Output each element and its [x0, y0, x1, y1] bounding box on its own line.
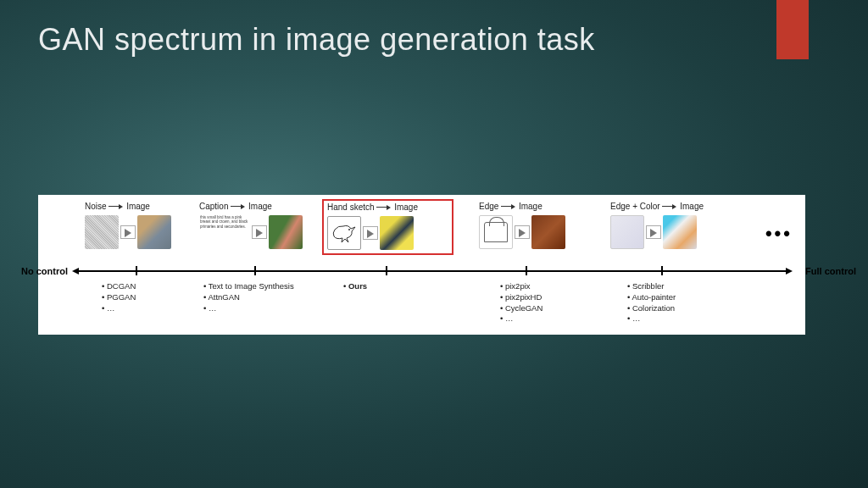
methods-row: DCGAN PGGAN … Text to Image Synthesis At…: [51, 281, 793, 328]
to-label: Image: [394, 202, 418, 212]
arrow-right-icon: [786, 268, 793, 274]
arrow-icon: [231, 203, 246, 210]
edge-room-thumb: [610, 215, 644, 249]
method-item: …: [203, 303, 294, 314]
arrow-icon: [108, 203, 124, 210]
methods-noise: DCGAN PGGAN …: [102, 281, 136, 313]
method-item: CycleGAN: [500, 303, 542, 314]
caption-text-thumb: this small bird has a pink breast and cr…: [199, 214, 250, 250]
header-caption: Caption Image: [199, 202, 318, 211]
arrow-icon: [501, 203, 516, 210]
axis-tick: [386, 266, 387, 275]
from-label: Edge: [479, 202, 498, 211]
more-dots: •••: [765, 223, 793, 245]
from-label: Edge + Color: [610, 202, 660, 211]
sketch-thumb: [327, 216, 361, 250]
methods-edge: pix2pix pix2pixHD CycleGAN …: [500, 281, 542, 324]
gan-spectrum-diagram: Noise Image Caption Image this small bir…: [38, 195, 805, 335]
thumbs-edgecolor: [610, 213, 746, 251]
edge-bag-thumb: [479, 215, 513, 249]
thumbs-caption: this small bird has a pink breast and cr…: [199, 213, 318, 251]
axis-right-label: Full control: [805, 266, 856, 276]
col-edgecolor: Edge + Color Image: [610, 202, 746, 251]
header-edge: Edge Image: [479, 202, 606, 211]
method-item: Text to Image Synthesis: [203, 281, 294, 292]
method-item: pix2pixHD: [500, 292, 542, 303]
to-label: Image: [519, 202, 542, 211]
accent-bar: [776, 0, 809, 59]
method-item: AttnGAN: [203, 292, 294, 303]
bird-image-thumb: [269, 215, 303, 249]
method-item: Ours: [343, 281, 367, 292]
col-caption: Caption Image this small bird has a pink…: [199, 202, 318, 251]
method-item: PGGAN: [102, 292, 136, 303]
axis-tick: [661, 266, 663, 275]
col-noise: Noise Image: [85, 202, 195, 251]
arrow-icon: [515, 225, 530, 239]
method-item: pix2pix: [500, 281, 542, 292]
header-sketch: Hand sketch Image: [327, 202, 448, 212]
method-item: …: [627, 313, 676, 324]
method-item: Auto-painter: [627, 292, 676, 303]
from-label: Noise: [85, 202, 107, 211]
slide-title: GAN spectrum in image generation task: [38, 21, 595, 58]
from-label: Hand sketch: [327, 202, 375, 212]
axis-tick: [526, 266, 527, 275]
arrow-icon: [252, 225, 267, 239]
bird-image-thumb: [380, 216, 414, 250]
axis-tick: [136, 266, 137, 275]
header-edgecolor: Edge + Color Image: [610, 202, 746, 211]
color-room-thumb: [663, 215, 697, 249]
method-item: DCGAN: [102, 281, 136, 292]
bird-image-thumb: [137, 215, 171, 249]
col-sketch-highlighted: Hand sketch Image: [322, 199, 453, 255]
noise-thumb: [85, 215, 119, 249]
svg-point-0: [348, 229, 350, 230]
method-item: …: [102, 303, 136, 314]
from-label: Caption: [199, 202, 228, 211]
to-label: Image: [126, 202, 150, 211]
thumbs-sketch: [327, 214, 448, 252]
methods-edgecolor: Scribbler Auto-painter Colorization …: [627, 281, 676, 324]
arrow-icon: [662, 203, 677, 210]
axis-tick: [254, 266, 256, 275]
spectrum-columns: Noise Image Caption Image this small bir…: [51, 202, 793, 259]
to-label: Image: [680, 202, 704, 211]
arrow-icon: [120, 225, 136, 239]
method-item: Scribbler: [627, 281, 676, 292]
methods-ours: Ours: [343, 281, 367, 292]
control-axis: No control Full control: [51, 263, 793, 280]
method-item: Colorization: [627, 303, 676, 314]
arrow-icon: [646, 225, 661, 239]
method-item: …: [500, 313, 542, 324]
col-edge: Edge Image: [479, 202, 606, 251]
real-bag-thumb: [531, 215, 565, 249]
header-noise: Noise Image: [85, 202, 195, 211]
axis-line: [76, 270, 788, 272]
axis-left-label: No control: [21, 266, 68, 276]
arrow-icon: [376, 204, 392, 211]
arrow-icon: [363, 226, 378, 240]
thumbs-edge: [479, 213, 606, 251]
thumbs-noise: [85, 213, 195, 251]
methods-caption: Text to Image Synthesis AttnGAN …: [203, 281, 294, 313]
to-label: Image: [248, 202, 272, 211]
